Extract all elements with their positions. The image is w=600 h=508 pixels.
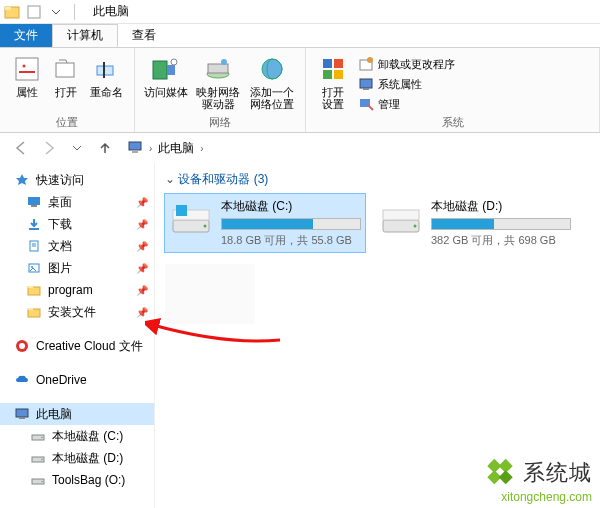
- open-button[interactable]: 打开: [48, 52, 84, 98]
- rename-icon: [91, 54, 121, 84]
- drive-usage-text: 382 GB 可用，共 698 GB: [431, 233, 571, 248]
- sidebar-item-drive[interactable]: ToolsBag (O:): [0, 469, 154, 491]
- svg-rect-38: [16, 409, 28, 417]
- pin-icon: 📌: [136, 219, 148, 230]
- group-label-location: 位置: [0, 115, 134, 132]
- address-bar: › 此电脑 ›: [0, 133, 600, 163]
- address-field[interactable]: › 此电脑 ›: [122, 136, 590, 161]
- sidebar-label: 快速访问: [36, 172, 84, 189]
- nav-up-button[interactable]: [94, 137, 116, 159]
- uninstall-button[interactable]: 卸载或更改程序: [358, 56, 455, 72]
- creative-cloud-icon: [14, 338, 30, 354]
- sidebar-onedrive[interactable]: OneDrive: [0, 369, 154, 391]
- properties-icon: [12, 54, 42, 84]
- manage-button[interactable]: 管理: [358, 96, 455, 112]
- watermark-logo-icon: [483, 456, 517, 490]
- svg-point-4: [23, 65, 26, 68]
- sidebar-label: Creative Cloud 文件: [36, 338, 143, 355]
- sidebar-item-quick[interactable]: 下载📌: [0, 213, 154, 235]
- open-settings-button[interactable]: 打开 设置: [312, 52, 354, 110]
- sidebar: 快速访问 桌面📌下载📌文档📌图片📌program📌安装文件📌 Creative …: [0, 163, 155, 508]
- nav-forward-button[interactable]: [38, 137, 60, 159]
- sidebar-item-quick[interactable]: 桌面📌: [0, 191, 154, 213]
- watermark-url: xitongcheng.com: [483, 490, 592, 504]
- svg-rect-35: [28, 308, 33, 310]
- pc-icon: [127, 139, 143, 158]
- manage-icon: [358, 96, 374, 112]
- svg-rect-15: [323, 59, 332, 68]
- drive-item[interactable]: 本地磁盘 (D:)382 GB 可用，共 698 GB: [375, 194, 575, 252]
- svg-rect-17: [323, 70, 332, 79]
- sysprops-label: 系统属性: [378, 77, 422, 92]
- sidebar-item-drive[interactable]: 本地磁盘 (D:): [0, 447, 154, 469]
- sidebar-item-quick[interactable]: 安装文件📌: [0, 301, 154, 323]
- sidebar-label: 本地磁盘 (D:): [52, 450, 123, 467]
- rename-button[interactable]: 重命名: [84, 52, 128, 98]
- sidebar-item-drive[interactable]: 本地磁盘 (C:): [0, 425, 154, 447]
- sidebar-item-quick[interactable]: 文档📌: [0, 235, 154, 257]
- drives-list: 本地磁盘 (C:)18.8 GB 可用，共 55.8 GB本地磁盘 (D:)38…: [165, 194, 590, 252]
- svg-rect-5: [56, 63, 74, 77]
- desktop-icon: [26, 194, 42, 210]
- rename-label: 重命名: [90, 86, 123, 98]
- tab-file[interactable]: 文件: [0, 24, 52, 47]
- sidebar-label: 此电脑: [36, 406, 72, 423]
- svg-point-13: [221, 59, 227, 65]
- open-label: 打开: [55, 86, 77, 98]
- nav-back-button[interactable]: [10, 137, 32, 159]
- drive-usage-text: 18.8 GB 可用，共 55.8 GB: [221, 233, 361, 248]
- crumb-arrow-icon[interactable]: ›: [200, 143, 203, 154]
- drive-item[interactable]: 本地磁盘 (C:)18.8 GB 可用，共 55.8 GB: [165, 194, 365, 252]
- access-media-button[interactable]: 访问媒体: [141, 52, 191, 98]
- svg-rect-27: [31, 205, 37, 207]
- open-icon: [51, 54, 81, 84]
- svg-point-10: [171, 59, 177, 65]
- crumb-arrow-icon[interactable]: ›: [149, 143, 152, 154]
- download-icon: [26, 216, 42, 232]
- sidebar-network[interactable]: 网络: [0, 503, 154, 508]
- map-drive-button[interactable]: 映射网络 驱动器: [191, 52, 245, 110]
- crumb-this-pc[interactable]: 此电脑: [158, 140, 194, 157]
- watermark: 系统城 xitongcheng.com: [483, 456, 592, 504]
- drive-icon: [379, 198, 423, 242]
- onedrive-icon: [14, 372, 30, 388]
- properties-label: 属性: [16, 86, 38, 98]
- manage-label: 管理: [378, 97, 400, 112]
- group-label-system: 系统: [306, 115, 599, 132]
- drive-name: 本地磁盘 (C:): [221, 198, 361, 215]
- sidebar-label: ToolsBag (O:): [52, 473, 125, 487]
- properties-button[interactable]: 属性: [6, 52, 48, 98]
- open-settings-label: 打开 设置: [322, 86, 344, 110]
- sidebar-item-quick[interactable]: program📌: [0, 279, 154, 301]
- qat-placeholder-icon[interactable]: [26, 4, 42, 20]
- group-label-network: 网络: [135, 115, 305, 132]
- sidebar-label: 图片: [48, 260, 72, 277]
- pin-icon: 📌: [136, 197, 148, 208]
- tab-computer[interactable]: 计算机: [52, 24, 118, 47]
- add-netloc-button[interactable]: 添加一个 网络位置: [245, 52, 299, 110]
- sidebar-label: program: [48, 283, 93, 297]
- svg-rect-26: [28, 197, 40, 205]
- svg-rect-50: [176, 205, 187, 216]
- nav-dropdown-button[interactable]: [66, 137, 88, 159]
- drive-usage-bar: [221, 218, 361, 230]
- svg-point-51: [204, 225, 207, 228]
- sidebar-item-quick[interactable]: 图片📌: [0, 257, 154, 279]
- dropdown-icon[interactable]: [48, 4, 64, 20]
- media-label: 访问媒体: [144, 86, 188, 98]
- sidebar-creative-cloud[interactable]: Creative Cloud 文件: [0, 335, 154, 357]
- documents-icon: [26, 238, 42, 254]
- svg-point-54: [414, 225, 417, 228]
- svg-rect-3: [16, 58, 38, 80]
- group-header[interactable]: ⌄ 设备和驱动器 (3): [165, 171, 590, 188]
- pc-icon: [14, 406, 30, 422]
- svg-rect-8: [153, 61, 167, 79]
- sysprops-button[interactable]: 系统属性: [358, 76, 455, 92]
- tab-view[interactable]: 查看: [118, 24, 170, 47]
- drive-icon: [30, 472, 46, 488]
- add-netloc-icon: [257, 54, 287, 84]
- sidebar-this-pc[interactable]: 此电脑: [0, 403, 154, 425]
- folder-icon: [26, 304, 42, 320]
- sidebar-label: 本地磁盘 (C:): [52, 428, 123, 445]
- sidebar-quick-access[interactable]: 快速访问: [0, 169, 154, 191]
